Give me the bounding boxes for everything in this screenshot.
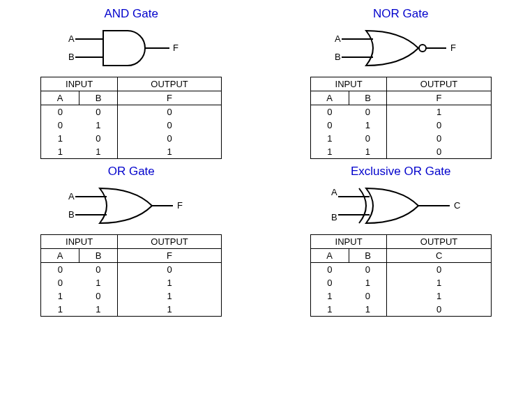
th-output: OUTPUT: [117, 77, 221, 91]
nor-gate-icon: A B F: [328, 24, 474, 73]
table-row: 101: [41, 289, 222, 303]
input-b-label: B: [68, 209, 75, 220]
xor-gate-title: Exclusive OR Gate: [351, 165, 451, 179]
output-f-label: F: [173, 43, 178, 53]
and-gate-title: AND Gate: [105, 7, 158, 21]
input-b-label: B: [331, 212, 337, 222]
svg-point-5: [419, 45, 426, 52]
table-row: 100: [310, 132, 491, 145]
output-f-label: F: [177, 200, 183, 211]
table-row: 000: [310, 263, 491, 277]
or-truth-table: INPUT OUTPUT A B F 000 011 101 111: [40, 234, 222, 317]
table-row: 010: [41, 119, 222, 132]
th-output: OUTPUT: [117, 235, 221, 249]
table-row: 011: [310, 276, 491, 289]
th-output: OUTPUT: [387, 77, 491, 91]
th-b: B: [79, 91, 118, 105]
th-input: INPUT: [310, 77, 387, 91]
output-f-label: F: [450, 43, 456, 53]
table-row: 111: [41, 145, 222, 159]
and-gate-icon: A B F: [61, 24, 201, 73]
and-gate-block: AND Gate A B F INPUT OUTPUT A B F 000 01…: [7, 7, 256, 159]
input-a-label: A: [68, 33, 75, 44]
th-b: B: [349, 91, 387, 105]
th-a: A: [41, 249, 79, 263]
table-row: 000: [41, 105, 222, 119]
table-row: 110: [310, 145, 491, 159]
th-a: A: [310, 249, 349, 263]
and-truth-table: INPUT OUTPUT A B F 000 010 100 111: [40, 77, 222, 159]
or-gate-block: OR Gate A B F INPUT OUTPUT A B F 000 011…: [7, 165, 256, 317]
th-a: A: [310, 91, 349, 105]
th-a: A: [41, 91, 79, 105]
input-b-label: B: [68, 52, 75, 62]
nor-gate-title: NOR Gate: [373, 7, 428, 21]
nor-truth-table: INPUT OUTPUT A B F 001 010 100 110: [310, 77, 492, 159]
th-b: B: [79, 249, 118, 263]
th-f: F: [387, 91, 491, 105]
table-row: 101: [310, 289, 491, 303]
table-row: 011: [41, 276, 222, 289]
or-gate-icon: A B F: [61, 181, 201, 230]
th-input: INPUT: [41, 235, 118, 249]
table-row: 010: [310, 119, 491, 132]
input-a-label: A: [331, 187, 337, 197]
table-row: 001: [310, 105, 491, 119]
table-row: 110: [310, 303, 491, 317]
output-c-label: C: [454, 200, 460, 211]
input-b-label: B: [335, 52, 341, 62]
xor-gate-block: Exclusive OR Gate A B C INPUT OUTPUT A B…: [277, 165, 526, 317]
table-row: 100: [41, 132, 222, 145]
th-f: F: [117, 91, 221, 105]
input-a-label: A: [335, 33, 341, 44]
input-a-label: A: [68, 191, 75, 202]
nor-gate-block: NOR Gate A B F INPUT OUTPUT A B F 001 01…: [277, 7, 526, 159]
or-gate-title: OR Gate: [108, 165, 155, 179]
table-row: 111: [41, 303, 222, 317]
table-row: 000: [41, 263, 222, 277]
th-input: INPUT: [41, 77, 118, 91]
th-b: B: [349, 249, 387, 263]
th-input: INPUT: [310, 235, 387, 249]
th-f: F: [117, 249, 221, 263]
th-output: OUTPUT: [387, 235, 491, 249]
xor-truth-table: INPUT OUTPUT A B C 000 011 101 110: [310, 234, 492, 317]
th-c: C: [387, 249, 491, 263]
xor-gate-icon: A B C: [328, 181, 474, 230]
